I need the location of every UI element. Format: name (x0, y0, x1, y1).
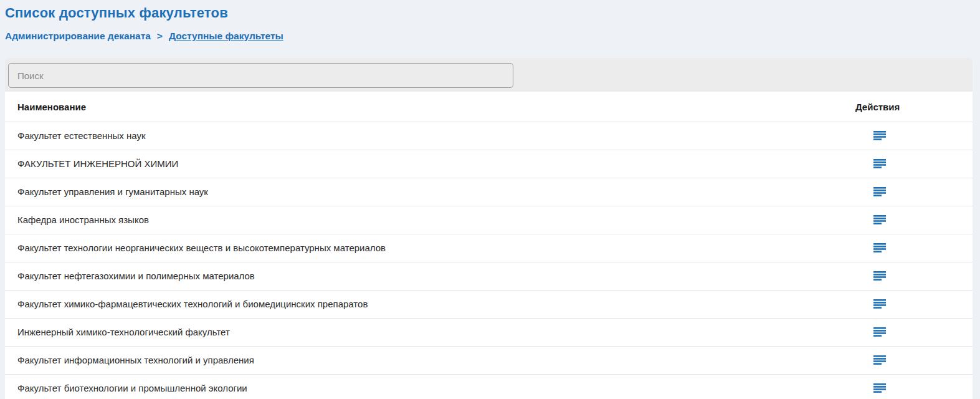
table-row: ФАКУЛЬТЕТ ИНЖЕНЕРНОЙ ХИМИИ (5, 150, 973, 178)
faculty-name-cell: Факультет управления и гуманитарных наук (5, 178, 854, 206)
faculty-name-cell: Факультет естественных наук (5, 122, 854, 150)
column-header-name: Наименование (5, 92, 854, 122)
faculty-name-cell: Инженерный химико-технологический факуль… (5, 319, 854, 347)
breadcrumb-link-dean-administration[interactable]: Администрирование деканата (5, 30, 151, 42)
faculty-name-cell: Факультет информационных технологий и уп… (5, 347, 854, 375)
table-row: Факультет нефтегазохимии и полимерных ма… (5, 262, 973, 291)
table-body: Факультет естественных наук ФАКУЛЬТЕТ ИН… (5, 122, 973, 399)
column-header-actions: Действия (854, 92, 973, 122)
row-actions-button[interactable] (872, 185, 887, 197)
row-actions-button[interactable] (872, 325, 887, 337)
actions-cell (854, 150, 973, 178)
breadcrumb-link-available-faculties[interactable]: Доступные факультеты (169, 30, 283, 42)
actions-cell (854, 291, 973, 319)
faculty-name-cell: Факультет нефтегазохимии и полимерных ма… (5, 262, 854, 291)
table-row: Инженерный химико-технологический факуль… (5, 319, 973, 347)
row-actions-button[interactable] (872, 353, 887, 365)
page-header: Список доступных факультетов Администрир… (0, 0, 980, 42)
list-icon (873, 271, 886, 281)
table-row: Факультет биотехнологии и промышленной э… (5, 375, 973, 399)
faculty-name-cell: Факультет химико-фармацевтических технол… (5, 291, 854, 319)
list-icon (873, 243, 886, 252)
list-icon (873, 131, 886, 140)
list-icon (873, 383, 886, 393)
faculties-card: Наименование Действия Факультет естестве… (5, 58, 973, 399)
search-input[interactable] (8, 63, 513, 88)
row-actions-button[interactable] (872, 213, 887, 225)
row-actions-button[interactable] (872, 157, 887, 169)
list-icon (873, 355, 886, 365)
actions-cell (854, 122, 973, 150)
actions-cell (854, 375, 973, 399)
table-row: Факультет информационных технологий и уп… (5, 347, 973, 375)
row-actions-button[interactable] (872, 241, 887, 253)
list-icon (873, 299, 886, 309)
list-icon (873, 215, 886, 224)
table-row: Кафедра иностранных языков (5, 206, 973, 234)
actions-cell (854, 319, 973, 347)
breadcrumb: Администрирование деканата > Доступные ф… (5, 30, 974, 42)
row-actions-button[interactable] (872, 382, 887, 393)
actions-cell (854, 262, 973, 291)
actions-cell (854, 234, 973, 262)
faculty-name-cell: Кафедра иностранных языков (5, 206, 854, 234)
page-title: Список доступных факультетов (5, 5, 974, 21)
actions-cell (854, 178, 973, 206)
table-row: Факультет химико-фармацевтических технол… (5, 291, 973, 319)
faculty-name-cell: Факультет биотехнологии и промышленной э… (5, 375, 854, 399)
list-icon (873, 327, 886, 337)
row-actions-button[interactable] (872, 269, 887, 281)
table-header-row: Наименование Действия (5, 92, 973, 122)
actions-cell (854, 347, 973, 375)
faculties-table: Наименование Действия Факультет естестве… (5, 92, 973, 399)
actions-cell (854, 206, 973, 234)
table-row: Факультет естественных наук (5, 122, 973, 150)
search-band (5, 58, 973, 92)
faculty-name-cell: ФАКУЛЬТЕТ ИНЖЕНЕРНОЙ ХИМИИ (5, 150, 854, 178)
list-icon (873, 159, 886, 168)
list-icon (873, 187, 886, 196)
table-row: Факультет управления и гуманитарных наук (5, 178, 973, 206)
row-actions-button[interactable] (872, 297, 887, 309)
faculty-name-cell: Факультет технологии неорганических веще… (5, 234, 854, 262)
table-row: Факультет технологии неорганических веще… (5, 234, 973, 262)
breadcrumb-separator: > (157, 30, 163, 42)
row-actions-button[interactable] (872, 129, 887, 141)
